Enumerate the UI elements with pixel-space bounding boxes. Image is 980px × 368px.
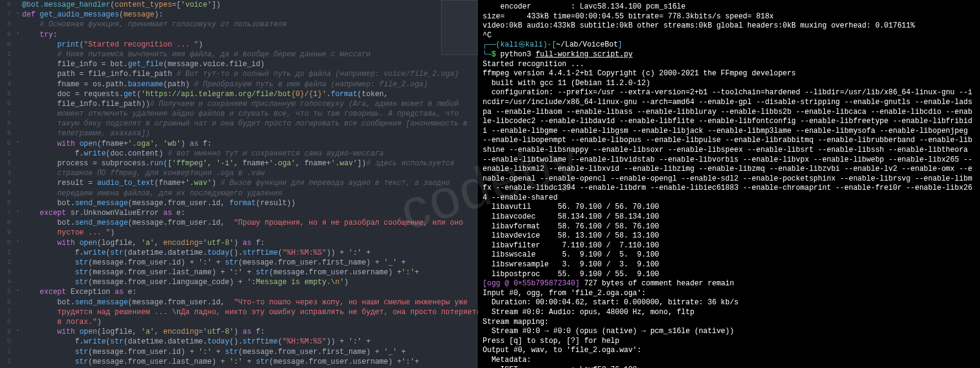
code-line[interactable]: f.write(str(datetime.datetime.today().st… (22, 248, 478, 258)
fold-arrow-icon[interactable] (13, 258, 22, 268)
fold-arrow-icon[interactable] (13, 198, 22, 208)
fold-arrow-icon[interactable]: ▾ (13, 287, 22, 297)
code-line[interactable]: str(message.from_user.id) + ':' + str(me… (22, 258, 478, 268)
fold-arrow-icon[interactable]: ▾ (13, 30, 22, 40)
code-line[interactable]: # Основная функция, принимает голосовуху… (22, 20, 478, 29)
code-line[interactable]: with open(logfile, 'a', encoding='utf-8'… (22, 238, 478, 248)
fold-arrow-icon[interactable] (13, 149, 22, 159)
fold-arrow-icon[interactable] (13, 218, 22, 228)
code-editor[interactable]: 6789012345678901234567890123456789012345… (0, 0, 478, 368)
line-number: 0 (0, 238, 11, 248)
code-line[interactable]: @bot.message_handler(content_types=['voi… (22, 0, 478, 10)
fold-arrow-icon[interactable]: ▾ (13, 208, 22, 218)
code-line[interactable]: в логах.") (22, 317, 478, 327)
fold-arrow-icon[interactable] (13, 159, 22, 168)
terminal-line: Stream #0:0: Audio: opus, 48000 Hz, mono… (483, 308, 975, 318)
code-line[interactable]: телеграмме, ахахаха]) (22, 129, 478, 138)
terminal-line: Duration: 00:00:04.62, start: 0.000000, … (483, 298, 975, 308)
line-number: 9 (0, 129, 11, 138)
code-line[interactable]: file_info = bot.get_file(message.voice.f… (22, 59, 478, 69)
terminal-line: encoder : Lavc58.134.100 pcm_s16le (483, 2, 975, 12)
fold-arrow-icon[interactable]: ▾ (13, 10, 22, 20)
line-number: 1 (0, 149, 11, 159)
fold-arrow-icon[interactable] (13, 228, 22, 238)
fold-arrow-icon[interactable] (13, 89, 22, 99)
terminal-line: Output #0, wav, to 'file_2.oga.wav': (483, 346, 975, 356)
fold-arrow-icon[interactable] (13, 178, 22, 188)
code-line[interactable]: str(message.from_user.id) + ':' + str(me… (22, 347, 478, 357)
fold-arrow-icon[interactable] (13, 268, 22, 277)
code-line[interactable]: # Ниже пытаемся вычленить имя файла, да … (22, 50, 478, 59)
code-line[interactable]: file_info.file_path))# Получаем и сохран… (22, 99, 478, 109)
terminal-line: Metadata: (483, 356, 975, 366)
fold-arrow-icon[interactable] (13, 357, 22, 367)
code-line[interactable]: path = file_info.file_path # Вот тут-то … (22, 69, 478, 79)
code-line[interactable]: bot.send_message(message.from_user.id, "… (22, 218, 478, 228)
code-line[interactable]: print("Started recognition ... ") (22, 40, 478, 50)
fold-arrow-icon[interactable] (13, 99, 22, 109)
code-area[interactable]: @bot.message_handler(content_types=['voi… (22, 0, 478, 368)
code-line[interactable]: bot.send_message(message.from_user.id, "… (22, 298, 478, 307)
line-number: 5 (0, 189, 11, 198)
fold-arrow-icon[interactable] (13, 69, 22, 79)
code-line[interactable]: with open(fname+'.oga', 'wb') as f: (22, 139, 478, 149)
terminal-panel[interactable]: encoder : Lavc58.134.100 pcm_s16lesize= … (478, 0, 980, 368)
code-line[interactable]: передаем имена файлов, для их последующе… (22, 189, 478, 198)
fold-arrow-icon[interactable]: ▾ (13, 139, 22, 149)
line-number: 9 (0, 30, 11, 40)
code-line[interactable]: except Exception as e: (22, 287, 478, 297)
code-line[interactable]: str(message.from_user.last_name) + ':' +… (22, 268, 478, 277)
line-number: 1 (0, 50, 11, 59)
line-number: 9 (0, 228, 11, 238)
fold-arrow-icon[interactable] (13, 40, 22, 50)
code-line[interactable]: f.write(doc.content) # вот именно тут и … (22, 149, 478, 159)
fold-arrow-icon[interactable] (13, 59, 22, 69)
code-line[interactable]: doc = requests.get('https://api.telegram… (22, 89, 478, 99)
code-line[interactable]: трудятся над решением ... \nДа ладно, ни… (22, 307, 478, 317)
terminal-command[interactable]: └─$ python3 full-working_script.py (483, 50, 975, 60)
fold-arrow-icon[interactable] (13, 109, 22, 119)
fold-arrow-icon[interactable] (13, 0, 22, 10)
fold-arrow-icon[interactable] (13, 50, 22, 59)
code-line[interactable]: страшное ПО ffmpeg, для конвертиции .oga… (22, 168, 478, 178)
code-line[interactable]: except sr.UnknownValueError as e: (22, 208, 478, 218)
code-line[interactable]: process = subprocess.run(['ffmpeg', '-i'… (22, 159, 478, 168)
code-line[interactable]: момент отключить удаление айдио файлов и… (22, 109, 478, 119)
fold-arrow-icon[interactable] (13, 337, 22, 347)
fold-arrow-icon[interactable] (13, 189, 22, 198)
code-line[interactable]: str(message.from_user.last_name) + ':' +… (22, 357, 478, 367)
fold-arrow-icon[interactable]: ▾ (13, 327, 22, 337)
code-line[interactable]: пустое ... ") (22, 228, 478, 238)
terminal-line: Input #0, ogg, from 'file_2.oga.oga': (483, 289, 975, 299)
fold-gutter[interactable]: ▾▾▾▾▾▾▾▾ (13, 0, 22, 368)
fold-arrow-icon[interactable] (13, 277, 22, 287)
terminal-line: ffmpeg version 4.4.1-2+b1 Copyright (c) … (483, 69, 975, 79)
line-number: 2 (0, 357, 11, 367)
code-line[interactable]: result = audio_to_text(fname+'.wav') # В… (22, 178, 478, 188)
code-line[interactable]: f.write(str(datetime.datetime.today().st… (22, 337, 478, 347)
fold-arrow-icon[interactable] (13, 80, 22, 89)
code-line[interactable]: with open(logfile, 'a', encoding='utf-8'… (22, 327, 478, 337)
code-line[interactable]: def get_audio_messages(message): (22, 10, 478, 20)
terminal-line: libavformat 58. 76.100 / 58. 76.100 (483, 222, 975, 232)
code-line[interactable]: такую бяку подселят в огромный чат и она… (22, 119, 478, 129)
fold-arrow-icon[interactable] (13, 129, 22, 138)
code-line[interactable]: str(message.from_user.language_code) + '… (22, 277, 478, 287)
minimap[interactable] (441, 0, 478, 55)
terminal-line: libavcodec 58.134.100 / 58.134.100 (483, 212, 975, 222)
fold-arrow-icon[interactable] (13, 307, 22, 317)
line-number: 6 (0, 0, 11, 10)
fold-arrow-icon[interactable] (13, 347, 22, 357)
code-line[interactable]: try: (22, 30, 478, 40)
code-line[interactable]: bot.send_message(message.from_user.id, f… (22, 198, 478, 208)
fold-arrow-icon[interactable]: ▾ (13, 238, 22, 248)
fold-arrow-icon[interactable] (13, 168, 22, 178)
code-line[interactable]: fname = os.path.basename(path) # Преобра… (22, 80, 478, 89)
fold-arrow-icon[interactable] (13, 20, 22, 29)
line-number-gutter: 6789012345678901234567890123456789012345… (0, 0, 13, 368)
fold-arrow-icon[interactable] (13, 248, 22, 258)
line-number: 4 (0, 80, 11, 89)
fold-arrow-icon[interactable] (13, 119, 22, 129)
fold-arrow-icon[interactable] (13, 317, 22, 327)
fold-arrow-icon[interactable] (13, 298, 22, 307)
